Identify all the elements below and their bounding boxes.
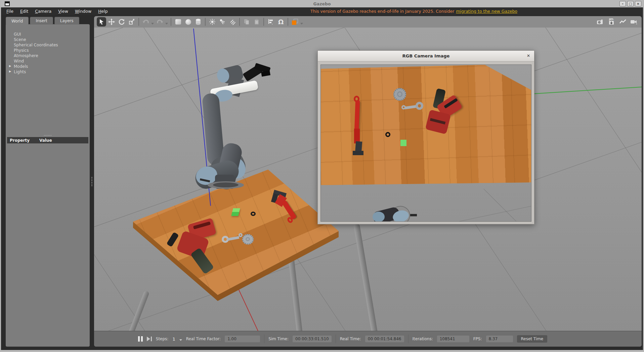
plot-button[interactable]	[618, 17, 628, 27]
titlebar[interactable]: Gazebo – □ ✕	[0, 0, 644, 7]
tree-item-physics[interactable]: Physics	[6, 48, 90, 53]
rgb-camera-window[interactable]: RGB Camera Image ✕	[317, 50, 534, 224]
vertical-splitter-handle[interactable]	[90, 16, 94, 347]
reset-time-button[interactable]: Reset Time	[517, 335, 548, 343]
world-panel: GUI Scene Spherical Coordinates Physics …	[6, 24, 90, 347]
undo-button[interactable]	[141, 17, 151, 27]
eol-migrate-link[interactable]: migrating to the new Gazebo	[456, 9, 517, 14]
sidebar-tabs: World Insert Layers	[6, 17, 79, 25]
property-table-header: Property Value	[7, 137, 88, 143]
step-button[interactable]	[147, 337, 152, 341]
translate-icon	[108, 18, 115, 25]
change-view-button[interactable]	[290, 17, 300, 27]
insert-box-button[interactable]	[173, 17, 183, 27]
copy-icon	[243, 18, 250, 25]
toolbar-separator	[171, 18, 171, 26]
pause-button[interactable]	[138, 336, 143, 342]
rotate-icon	[118, 18, 125, 25]
camera-icon	[596, 18, 604, 25]
select-mode-button[interactable]	[97, 17, 106, 27]
sim-time-value: 00 00:33:01.510	[293, 336, 332, 342]
menu-view[interactable]: View	[55, 8, 71, 14]
close-button[interactable]: ✕	[635, 1, 641, 6]
minimize-button[interactable]: –	[619, 1, 626, 6]
world-tree: GUI Scene Spherical Coordinates Physics …	[6, 24, 90, 75]
tree-item-atmosphere[interactable]: Atmosphere	[6, 53, 90, 58]
sphere-icon	[185, 19, 191, 25]
svg-text:LOG: LOG	[610, 19, 614, 21]
tree-item-models[interactable]: ▶ Models	[6, 64, 90, 69]
align-button[interactable]	[266, 17, 275, 27]
expand-caret-icon[interactable]: ▶	[9, 70, 11, 73]
gear-model[interactable]	[242, 234, 254, 245]
menu-file[interactable]: File	[3, 8, 16, 14]
maximize-button[interactable]: □	[627, 1, 634, 6]
spot-light-button[interactable]	[218, 17, 227, 27]
tree-item-gui[interactable]: GUI	[6, 32, 90, 37]
rotate-mode-button[interactable]	[117, 17, 126, 27]
window-icon	[5, 1, 10, 6]
insert-sphere-button[interactable]	[183, 17, 193, 27]
menu-help[interactable]: Help	[95, 8, 111, 14]
point-light-icon	[209, 18, 216, 25]
camera-drill	[427, 89, 462, 136]
plot-icon	[619, 18, 627, 25]
pipe-wrench-model[interactable]	[271, 191, 298, 228]
rgb-camera-titlebar[interactable]: RGB Camera Image ✕	[318, 51, 534, 61]
directional-light-button[interactable]	[228, 17, 237, 27]
value-column-header: Value	[39, 138, 52, 143]
menu-edit[interactable]: Edit	[17, 8, 31, 14]
connecting-rod-model[interactable]	[222, 232, 244, 245]
black-ring-model[interactable]	[251, 212, 256, 216]
rgb-camera-close-icon[interactable]: ✕	[527, 53, 530, 58]
gazebo-window: Gazebo – □ ✕ File Edit Camera View Windo…	[0, 0, 644, 352]
drill-model[interactable]	[170, 219, 218, 278]
paste-button[interactable]	[252, 17, 261, 27]
camera-gear	[393, 88, 407, 101]
tab-insert[interactable]: Insert	[30, 17, 53, 25]
tree-item-spherical-coordinates[interactable]: Spherical Coordinates	[6, 42, 90, 48]
tab-world[interactable]: World	[6, 17, 29, 25]
sim-time-label: Sim Time:	[268, 337, 289, 341]
insert-cylinder-button[interactable]	[194, 17, 203, 27]
playbar-separator	[408, 335, 409, 343]
snap-button[interactable]: Ω	[276, 17, 286, 27]
copy-button[interactable]	[242, 17, 251, 27]
tree-item-lights[interactable]: ▶ Lights	[6, 69, 90, 75]
translate-mode-button[interactable]	[107, 17, 116, 27]
toolbar-separator	[263, 18, 264, 26]
playbar-separator	[264, 335, 264, 343]
box-icon	[175, 19, 181, 25]
log-file-icon: LOG	[608, 18, 615, 26]
video-record-button[interactable]	[630, 17, 639, 27]
menu-window[interactable]: Window	[72, 8, 94, 14]
redo-history-caret-icon[interactable]	[165, 23, 168, 25]
undo-history-caret-icon[interactable]	[151, 23, 154, 25]
change-view-caret-icon[interactable]	[300, 23, 303, 25]
steps-caret-icon[interactable]	[179, 339, 182, 341]
fps-value: 8.37	[486, 336, 513, 342]
scale-icon	[128, 18, 135, 25]
property-column-header: Property	[7, 138, 39, 143]
playbar: Steps: 1 Real Time Factor: 1.00 Sim Time…	[94, 331, 642, 347]
log-record-button[interactable]: LOG	[607, 17, 616, 27]
screenshot-button[interactable]	[595, 17, 605, 27]
tab-layers[interactable]: Layers	[54, 17, 79, 25]
scale-mode-button[interactable]	[127, 17, 136, 27]
menu-camera[interactable]: Camera	[32, 8, 54, 14]
tree-item-scene[interactable]: Scene	[6, 37, 90, 42]
iterations-value: 108541	[437, 336, 469, 342]
point-light-button[interactable]	[208, 17, 217, 27]
table-leg	[119, 290, 149, 331]
camera-pipe-wrench	[350, 96, 366, 158]
expand-caret-icon[interactable]: ▶	[9, 64, 11, 68]
real-time-label: Real Time:	[340, 337, 361, 341]
tree-item-wind[interactable]: Wind	[6, 58, 90, 64]
steps-value[interactable]: 1	[172, 337, 175, 342]
toolbar: Ω LOG	[94, 16, 642, 28]
menubar: File Edit Camera View Window Help This v…	[0, 7, 644, 15]
steps-label: Steps:	[156, 337, 169, 341]
align-icon	[267, 18, 274, 25]
redo-button[interactable]	[155, 17, 165, 27]
rtf-label: Real Time Factor:	[186, 337, 221, 341]
